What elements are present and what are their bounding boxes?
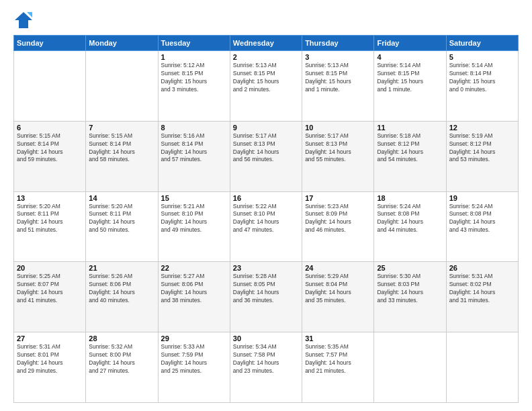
day-number: 5 xyxy=(449,53,515,61)
day-number: 20 xyxy=(17,264,83,272)
calendar-cell: 2Sunrise: 5:13 AM Sunset: 8:15 PM Daylig… xyxy=(230,51,302,122)
day-info: Sunrise: 5:14 AM Sunset: 8:15 PM Dayligh… xyxy=(377,62,443,94)
day-number: 30 xyxy=(233,334,299,342)
day-number: 15 xyxy=(161,194,227,202)
day-info: Sunrise: 5:23 AM Sunset: 8:09 PM Dayligh… xyxy=(305,203,371,235)
calendar-week-row: 20Sunrise: 5:25 AM Sunset: 8:07 PM Dayli… xyxy=(14,262,519,332)
page: SundayMondayTuesdayWednesdayThursdayFrid… xyxy=(0,0,532,411)
calendar-cell: 18Sunrise: 5:24 AM Sunset: 8:08 PM Dayli… xyxy=(374,191,446,262)
day-info: Sunrise: 5:28 AM Sunset: 8:05 PM Dayligh… xyxy=(233,273,299,305)
day-info: Sunrise: 5:35 AM Sunset: 7:57 PM Dayligh… xyxy=(305,343,371,375)
calendar-cell xyxy=(374,332,446,403)
day-number: 31 xyxy=(305,334,371,342)
calendar-week-row: 1Sunrise: 5:12 AM Sunset: 8:15 PM Daylig… xyxy=(14,51,519,122)
day-number: 4 xyxy=(377,53,443,61)
day-info: Sunrise: 5:24 AM Sunset: 8:08 PM Dayligh… xyxy=(377,203,443,235)
day-info: Sunrise: 5:26 AM Sunset: 8:06 PM Dayligh… xyxy=(89,273,154,305)
calendar-cell: 16Sunrise: 5:22 AM Sunset: 8:10 PM Dayli… xyxy=(230,191,302,262)
day-number: 25 xyxy=(377,264,443,272)
day-number: 12 xyxy=(449,124,515,132)
calendar-cell xyxy=(14,51,86,122)
calendar-cell: 19Sunrise: 5:24 AM Sunset: 8:08 PM Dayli… xyxy=(446,191,518,262)
day-number: 3 xyxy=(305,53,371,61)
weekday-header-cell: Monday xyxy=(86,36,158,51)
day-number: 29 xyxy=(161,334,227,342)
calendar-cell: 31Sunrise: 5:35 AM Sunset: 7:57 PM Dayli… xyxy=(302,332,374,403)
day-number: 27 xyxy=(17,334,83,342)
day-info: Sunrise: 5:20 AM Sunset: 8:11 PM Dayligh… xyxy=(89,203,154,235)
calendar-cell: 25Sunrise: 5:30 AM Sunset: 8:03 PM Dayli… xyxy=(374,262,446,332)
calendar-cell: 6Sunrise: 5:15 AM Sunset: 8:14 PM Daylig… xyxy=(14,121,86,191)
calendar-week-row: 13Sunrise: 5:20 AM Sunset: 8:11 PM Dayli… xyxy=(14,191,519,262)
calendar-cell xyxy=(86,51,158,122)
day-number: 22 xyxy=(161,264,227,272)
day-info: Sunrise: 5:18 AM Sunset: 8:12 PM Dayligh… xyxy=(377,132,443,165)
calendar-cell: 21Sunrise: 5:26 AM Sunset: 8:06 PM Dayli… xyxy=(86,262,158,332)
day-number: 2 xyxy=(233,53,299,61)
day-info: Sunrise: 5:31 AM Sunset: 8:01 PM Dayligh… xyxy=(17,343,83,375)
calendar-cell: 4Sunrise: 5:14 AM Sunset: 8:15 PM Daylig… xyxy=(374,51,446,122)
day-info: Sunrise: 5:17 AM Sunset: 8:13 PM Dayligh… xyxy=(305,132,371,165)
weekday-header-cell: Sunday xyxy=(14,36,86,51)
calendar-week-row: 27Sunrise: 5:31 AM Sunset: 8:01 PM Dayli… xyxy=(14,332,519,403)
day-info: Sunrise: 5:33 AM Sunset: 7:59 PM Dayligh… xyxy=(161,343,227,375)
calendar-cell: 23Sunrise: 5:28 AM Sunset: 8:05 PM Dayli… xyxy=(230,262,302,332)
day-number: 9 xyxy=(233,124,299,132)
day-info: Sunrise: 5:31 AM Sunset: 8:02 PM Dayligh… xyxy=(449,273,515,305)
logo-icon xyxy=(13,11,34,30)
day-info: Sunrise: 5:34 AM Sunset: 7:58 PM Dayligh… xyxy=(233,343,299,375)
day-number: 19 xyxy=(449,194,515,202)
header xyxy=(13,11,519,30)
calendar-body: 1Sunrise: 5:12 AM Sunset: 8:15 PM Daylig… xyxy=(14,51,519,403)
day-info: Sunrise: 5:15 AM Sunset: 8:14 PM Dayligh… xyxy=(17,132,83,165)
calendar-cell: 22Sunrise: 5:27 AM Sunset: 8:06 PM Dayli… xyxy=(158,262,230,332)
calendar-cell: 14Sunrise: 5:20 AM Sunset: 8:11 PM Dayli… xyxy=(86,191,158,262)
calendar-cell: 13Sunrise: 5:20 AM Sunset: 8:11 PM Dayli… xyxy=(14,191,86,262)
day-info: Sunrise: 5:13 AM Sunset: 8:15 PM Dayligh… xyxy=(305,62,371,94)
day-number: 14 xyxy=(89,194,154,202)
weekday-header-cell: Friday xyxy=(374,36,446,51)
calendar: SundayMondayTuesdayWednesdayThursdayFrid… xyxy=(13,35,519,403)
day-info: Sunrise: 5:13 AM Sunset: 8:15 PM Dayligh… xyxy=(233,62,299,94)
day-info: Sunrise: 5:22 AM Sunset: 8:10 PM Dayligh… xyxy=(233,203,299,235)
calendar-cell: 27Sunrise: 5:31 AM Sunset: 8:01 PM Dayli… xyxy=(14,332,86,403)
calendar-cell: 9Sunrise: 5:17 AM Sunset: 8:13 PM Daylig… xyxy=(230,121,302,191)
calendar-cell: 8Sunrise: 5:16 AM Sunset: 8:14 PM Daylig… xyxy=(158,121,230,191)
weekday-header-cell: Tuesday xyxy=(158,36,230,51)
day-info: Sunrise: 5:17 AM Sunset: 8:13 PM Dayligh… xyxy=(233,132,299,165)
day-info: Sunrise: 5:19 AM Sunset: 8:12 PM Dayligh… xyxy=(449,132,515,165)
calendar-cell: 5Sunrise: 5:14 AM Sunset: 8:14 PM Daylig… xyxy=(446,51,518,122)
day-number: 10 xyxy=(305,124,371,132)
day-info: Sunrise: 5:21 AM Sunset: 8:10 PM Dayligh… xyxy=(161,203,227,235)
day-info: Sunrise: 5:15 AM Sunset: 8:14 PM Dayligh… xyxy=(89,132,154,165)
day-number: 18 xyxy=(377,194,443,202)
calendar-cell: 30Sunrise: 5:34 AM Sunset: 7:58 PM Dayli… xyxy=(230,332,302,403)
logo xyxy=(13,11,36,30)
calendar-cell: 3Sunrise: 5:13 AM Sunset: 8:15 PM Daylig… xyxy=(302,51,374,122)
calendar-cell: 12Sunrise: 5:19 AM Sunset: 8:12 PM Dayli… xyxy=(446,121,518,191)
day-info: Sunrise: 5:27 AM Sunset: 8:06 PM Dayligh… xyxy=(161,273,227,305)
day-number: 6 xyxy=(17,124,83,132)
day-number: 8 xyxy=(161,124,227,132)
day-info: Sunrise: 5:24 AM Sunset: 8:08 PM Dayligh… xyxy=(449,203,515,235)
day-number: 7 xyxy=(89,124,154,132)
day-number: 1 xyxy=(161,53,227,61)
day-info: Sunrise: 5:12 AM Sunset: 8:15 PM Dayligh… xyxy=(161,62,227,94)
day-number: 21 xyxy=(89,264,154,272)
calendar-cell: 20Sunrise: 5:25 AM Sunset: 8:07 PM Dayli… xyxy=(14,262,86,332)
day-info: Sunrise: 5:14 AM Sunset: 8:14 PM Dayligh… xyxy=(449,62,515,94)
day-number: 28 xyxy=(89,334,154,342)
calendar-cell: 17Sunrise: 5:23 AM Sunset: 8:09 PM Dayli… xyxy=(302,191,374,262)
day-info: Sunrise: 5:32 AM Sunset: 8:00 PM Dayligh… xyxy=(89,343,154,375)
weekday-header-cell: Saturday xyxy=(446,36,518,51)
weekday-header: SundayMondayTuesdayWednesdayThursdayFrid… xyxy=(14,36,519,51)
calendar-cell: 15Sunrise: 5:21 AM Sunset: 8:10 PM Dayli… xyxy=(158,191,230,262)
day-info: Sunrise: 5:25 AM Sunset: 8:07 PM Dayligh… xyxy=(17,273,83,305)
day-info: Sunrise: 5:20 AM Sunset: 8:11 PM Dayligh… xyxy=(17,203,83,235)
day-number: 17 xyxy=(305,194,371,202)
day-info: Sunrise: 5:30 AM Sunset: 8:03 PM Dayligh… xyxy=(377,273,443,305)
weekday-header-cell: Wednesday xyxy=(230,36,302,51)
day-info: Sunrise: 5:29 AM Sunset: 8:04 PM Dayligh… xyxy=(305,273,371,305)
day-number: 16 xyxy=(233,194,299,202)
calendar-cell: 24Sunrise: 5:29 AM Sunset: 8:04 PM Dayli… xyxy=(302,262,374,332)
